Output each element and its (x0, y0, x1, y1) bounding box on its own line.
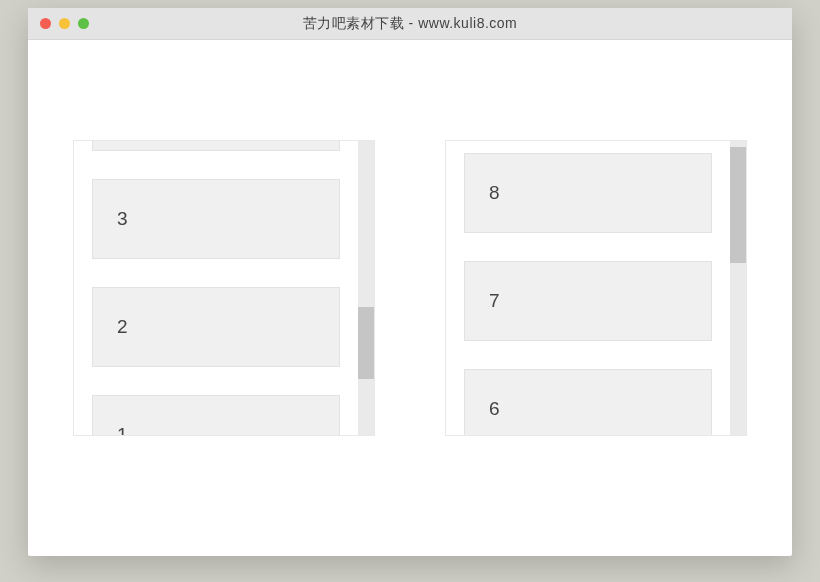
scroll-inner-left: 3 2 1 (74, 140, 374, 436)
list-item[interactable]: 1 (92, 395, 340, 436)
list-item[interactable]: 8 (464, 153, 712, 233)
scrollbar-thumb[interactable] (358, 307, 374, 379)
item-label: 8 (489, 182, 500, 204)
item-label: 7 (489, 290, 500, 312)
item-label: 3 (117, 208, 128, 230)
window-title: 苦力吧素材下载 - www.kuli8.com (28, 15, 792, 33)
close-icon[interactable] (40, 18, 51, 29)
item-label: 1 (117, 424, 128, 436)
list-item[interactable] (92, 140, 340, 151)
list-item[interactable]: 2 (92, 287, 340, 367)
maximize-icon[interactable] (78, 18, 89, 29)
scrollbar-track[interactable] (358, 141, 374, 435)
list-item[interactable]: 7 (464, 261, 712, 341)
scroll-panel-right[interactable]: 8 7 6 5 (445, 140, 747, 436)
item-label: 6 (489, 398, 500, 420)
list-item[interactable]: 6 (464, 369, 712, 436)
app-window: 苦力吧素材下载 - www.kuli8.com 3 2 1 (28, 8, 792, 556)
scroll-panel-left[interactable]: 3 2 1 (73, 140, 375, 436)
traffic-lights (40, 18, 89, 29)
item-label: 2 (117, 316, 128, 338)
minimize-icon[interactable] (59, 18, 70, 29)
content-area: 3 2 1 8 7 6 (28, 40, 792, 556)
scroll-inner-right: 8 7 6 5 (446, 153, 746, 436)
scrollbar-thumb[interactable] (730, 147, 746, 263)
titlebar: 苦力吧素材下载 - www.kuli8.com (28, 8, 792, 40)
list-item[interactable]: 3 (92, 179, 340, 259)
